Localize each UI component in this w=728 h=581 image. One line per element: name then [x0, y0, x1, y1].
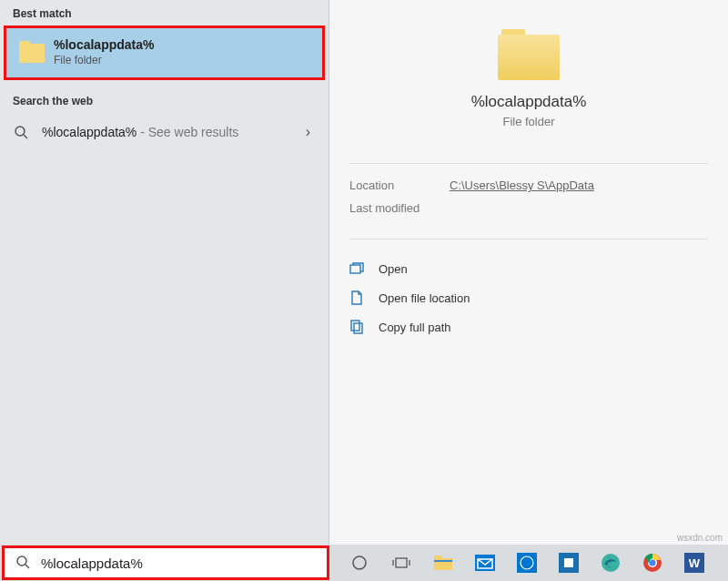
- chevron-right-icon: ›: [306, 124, 316, 140]
- modified-label: Last modified: [349, 201, 450, 215]
- svg-rect-2: [350, 265, 360, 273]
- chrome-button[interactable]: [632, 545, 673, 581]
- copy-path-action[interactable]: Copy full path: [349, 312, 708, 341]
- dell-button[interactable]: [506, 545, 548, 581]
- preview-subtitle: File folder: [348, 115, 710, 128]
- task-view-button[interactable]: [380, 545, 422, 581]
- cortana-button[interactable]: [339, 545, 380, 581]
- app-button[interactable]: [548, 545, 590, 581]
- preview-title: %localappdata%: [348, 93, 710, 111]
- folder-icon: [498, 29, 560, 80]
- taskbar: W: [0, 545, 728, 581]
- results-pane: Best match %localappdata% File folder Se…: [0, 0, 329, 545]
- actions-section: Open Open file location Copy full path: [349, 239, 708, 356]
- web-result[interactable]: %localappdata% - See web results ›: [0, 113, 329, 151]
- svg-rect-4: [354, 323, 362, 333]
- edge-button[interactable]: [590, 545, 632, 581]
- svg-rect-11: [434, 558, 452, 570]
- folder-icon: [19, 41, 45, 63]
- open-icon: [349, 261, 364, 276]
- file-explorer-button[interactable]: [422, 545, 464, 581]
- copy-icon: [349, 320, 364, 334]
- svg-line-6: [25, 565, 29, 568]
- result-title: %localappdata%: [54, 37, 154, 52]
- svg-rect-8: [396, 558, 407, 567]
- web-result-text: %localappdata% - See web results: [42, 125, 306, 139]
- svg-point-0: [15, 127, 25, 136]
- watermark: wsxdn.com: [677, 533, 723, 543]
- location-label: Location: [349, 178, 450, 192]
- search-input[interactable]: [41, 556, 327, 571]
- taskbar-search[interactable]: [2, 545, 329, 580]
- file-location-icon: [349, 290, 364, 305]
- svg-point-23: [650, 560, 656, 566]
- open-action[interactable]: Open: [349, 254, 708, 283]
- best-match-header: Best match: [0, 0, 329, 25]
- svg-text:W: W: [689, 556, 701, 570]
- details-section: Location C:\Users\Blessy S\AppData Last …: [349, 163, 708, 239]
- search-icon: [15, 555, 32, 571]
- word-button[interactable]: W: [673, 545, 715, 581]
- svg-rect-13: [434, 560, 452, 562]
- svg-rect-16: [517, 553, 537, 573]
- preview-pane: %localappdata% File folder Location C:\U…: [329, 0, 728, 545]
- search-icon: [13, 124, 29, 140]
- open-location-action[interactable]: Open file location: [349, 283, 708, 312]
- result-subtitle: File folder: [54, 54, 154, 66]
- svg-point-5: [17, 556, 26, 566]
- search-web-header: Search the web: [0, 87, 329, 113]
- best-match-result[interactable]: %localappdata% File folder: [4, 25, 325, 80]
- location-value[interactable]: C:\Users\Blessy S\AppData: [450, 178, 594, 192]
- svg-rect-3: [351, 321, 359, 331]
- svg-rect-12: [434, 556, 442, 559]
- svg-point-7: [353, 556, 366, 569]
- mail-button[interactable]: [464, 545, 506, 581]
- svg-rect-19: [564, 558, 573, 567]
- svg-line-1: [24, 135, 27, 138]
- svg-point-20: [602, 554, 620, 572]
